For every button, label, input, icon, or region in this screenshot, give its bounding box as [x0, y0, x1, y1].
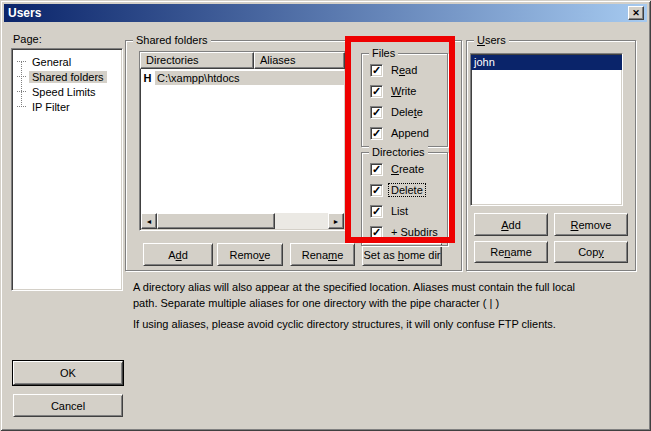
sidebar-item-label: Shared folders: [29, 71, 107, 83]
sidebar-item-general[interactable]: General: [12, 54, 122, 69]
checkbox-box[interactable]: ✓: [370, 226, 383, 239]
add-directory-button[interactable]: Add: [143, 243, 213, 266]
checkbox-box[interactable]: ✓: [370, 85, 383, 98]
checkbox-box[interactable]: ✓: [370, 106, 383, 119]
close-button[interactable]: ✕: [628, 6, 644, 20]
cancel-button[interactable]: Cancel: [13, 394, 123, 417]
remove-directory-button[interactable]: Remove: [217, 243, 283, 266]
copy-user-button[interactable]: Copy: [554, 241, 628, 263]
checkbox-label[interactable]: Delete: [389, 106, 425, 118]
sidebar-item-ip-filter[interactable]: IP Filter: [12, 99, 122, 114]
checkbox-label[interactable]: Write: [389, 85, 418, 97]
remove-user-button[interactable]: Remove: [554, 213, 628, 236]
check-icon: ✓: [372, 185, 381, 195]
rename-directory-button[interactable]: Rename: [290, 243, 355, 266]
page-list[interactable]: General Shared folders Speed Limits IP F…: [11, 48, 123, 291]
window-title: Users: [4, 6, 41, 20]
checkbox-list[interactable]: ✓ List: [370, 204, 443, 218]
checkbox-append[interactable]: ✓ Append: [370, 126, 443, 140]
directory-cell: C:\xampp\htdocs: [155, 71, 345, 85]
check-icon: ✓: [372, 107, 381, 117]
home-flag: H: [140, 72, 155, 84]
alias-help-text: A directory alias will also appear at th…: [133, 279, 645, 332]
close-icon: ✕: [632, 8, 640, 18]
checkbox-label[interactable]: + Subdirs: [389, 226, 440, 238]
checkbox-label[interactable]: Delete: [389, 184, 425, 196]
sidebar-item-label: General: [29, 56, 74, 68]
arrow-left-icon: ◄: [146, 218, 153, 225]
checkbox-box[interactable]: ✓: [370, 205, 383, 218]
directories-group: Directories ✓ Create ✓ Delete ✓ List ✓ +…: [361, 152, 448, 246]
horizontal-scrollbar[interactable]: ◄ ►: [141, 213, 344, 229]
check-icon: ✓: [372, 86, 381, 96]
checkbox-box[interactable]: ✓: [370, 184, 383, 197]
column-header-directories[interactable]: Directories: [140, 52, 254, 69]
scrollbar-thumb[interactable]: [157, 213, 275, 229]
scroll-right-button[interactable]: ►: [328, 213, 344, 229]
checkbox-delete-files[interactable]: ✓ Delete: [370, 105, 443, 119]
ok-button[interactable]: OK: [13, 361, 123, 385]
directory-row[interactable]: H C:\xampp\htdocs: [140, 70, 345, 85]
check-icon: ✓: [372, 206, 381, 216]
check-icon: ✓: [372, 65, 381, 75]
listview-header: Directories Aliases: [140, 52, 345, 69]
checkbox-box[interactable]: ✓: [370, 64, 383, 77]
users-list[interactable]: john: [470, 53, 623, 206]
checkbox-box[interactable]: ✓: [370, 163, 383, 176]
files-group-label: Files: [369, 47, 398, 59]
checkbox-label[interactable]: List: [389, 205, 410, 217]
page-label: Page:: [13, 33, 42, 45]
users-group-label: Users: [474, 34, 509, 46]
sidebar-item-shared-folders[interactable]: Shared folders: [12, 69, 122, 84]
alias-help-line: A directory alias will also appear at th…: [133, 279, 645, 295]
files-group: Files ✓ Read ✓ Write ✓ Delete ✓ Append: [361, 53, 448, 147]
checkbox-read[interactable]: ✓ Read: [370, 63, 443, 77]
checkbox-create[interactable]: ✓ Create: [370, 162, 443, 176]
directories-group-label: Directories: [369, 146, 428, 158]
set-home-dir-button[interactable]: Set as home dir: [362, 243, 442, 266]
checkbox-label[interactable]: Create: [389, 163, 426, 175]
check-icon: ✓: [372, 128, 381, 138]
title-bar[interactable]: Users ✕: [4, 4, 647, 22]
arrow-right-icon: ►: [333, 218, 340, 225]
sidebar-item-speed-limits[interactable]: Speed Limits: [12, 84, 122, 99]
check-icon: ✓: [372, 164, 381, 174]
checkbox-box[interactable]: ✓: [370, 127, 383, 140]
rename-user-button[interactable]: Rename: [474, 241, 548, 263]
check-icon: ✓: [372, 227, 381, 237]
users-dialog: Users ✕ Page: General Shared folders Spe…: [0, 0, 651, 431]
checkbox-label[interactable]: Read: [389, 64, 419, 76]
user-list-item[interactable]: john: [471, 55, 622, 70]
alias-help-line: If using aliases, please avoid cyclic di…: [133, 316, 645, 332]
tree-connector: [21, 61, 22, 107]
alias-help-line: path. Separate multiple aliases for one …: [133, 295, 645, 311]
checkbox-write[interactable]: ✓ Write: [370, 84, 443, 98]
add-user-button[interactable]: Add: [474, 213, 548, 236]
sidebar-item-label: Speed Limits: [29, 86, 99, 98]
shared-folders-group-label: Shared folders: [133, 34, 211, 46]
sidebar-item-label: IP Filter: [29, 101, 73, 113]
shared-folders-listview[interactable]: Directories Aliases H C:\xampp\htdocs ◄ …: [139, 51, 346, 231]
checkbox-subdirs[interactable]: ✓ + Subdirs: [370, 225, 443, 239]
scroll-left-button[interactable]: ◄: [141, 213, 157, 229]
scrollbar-track[interactable]: [275, 213, 328, 229]
column-header-aliases[interactable]: Aliases: [254, 52, 345, 69]
checkbox-label[interactable]: Append: [389, 127, 431, 139]
checkbox-delete-dirs[interactable]: ✓ Delete: [370, 183, 443, 197]
